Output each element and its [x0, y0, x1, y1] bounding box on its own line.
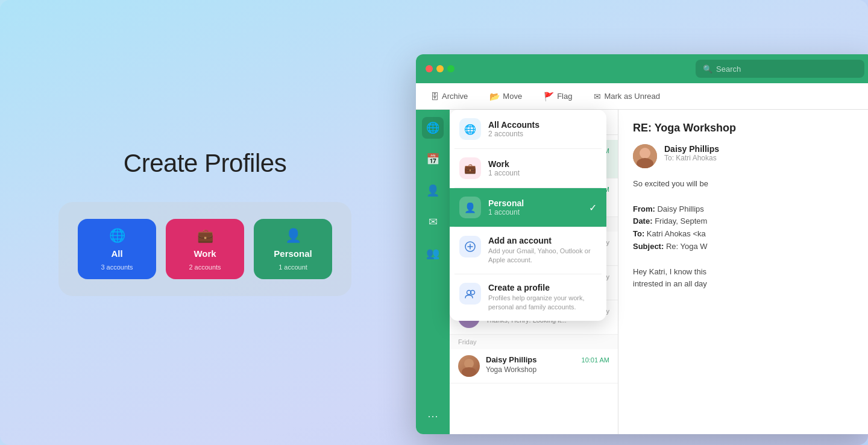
- profile-all-sub: 3 accounts: [101, 264, 133, 271]
- app-container: Create Profiles 🌐 All 3 accounts 💼 Work …: [0, 0, 868, 445]
- detail-date: Date: Friday, Septem: [633, 215, 860, 228]
- sidebar-item-contacts[interactable]: 👥: [422, 242, 444, 264]
- detail-sender-name: Daisy Phillips: [664, 144, 860, 154]
- move-button[interactable]: 📂 Move: [485, 89, 527, 104]
- minimize-button[interactable]: [436, 65, 444, 72]
- sidebar-item-profile[interactable]: 👤: [422, 180, 444, 201]
- svg-point-3: [462, 367, 476, 377]
- detail-body-text: Hey Katri, I know this: [633, 266, 860, 279]
- left-panel: Create Profiles 🌐 All 3 accounts 💼 Work …: [0, 0, 410, 445]
- search-bar[interactable]: 🔍 Search: [696, 60, 864, 78]
- detail-preview: So excited you will be: [633, 178, 860, 191]
- profile-all-label: All: [111, 248, 122, 259]
- profile-personal-sub: 1 account: [278, 264, 307, 271]
- dropdown-item-sub: 2 accounts: [488, 130, 597, 138]
- avatar: [458, 355, 480, 377]
- archive-icon: 🗄: [430, 92, 439, 101]
- search-icon: 🔍: [703, 65, 712, 74]
- detail-from: From: Daisy Phillips: [633, 203, 860, 216]
- dropdown-create-profile[interactable]: Create a profile Profiles help organize …: [450, 274, 606, 321]
- profiles-card: 🌐 All 3 accounts 💼 Work 2 accounts 👤 Per…: [58, 202, 351, 296]
- email-item-8[interactable]: Daisy Phillips 10:01 AM Yoga Workshop: [450, 349, 618, 383]
- email-detail-panel: RE: Yoga Workshop Daisy Phillips To: Kat…: [618, 110, 868, 434]
- title-bar: 🔍 Search: [416, 54, 868, 83]
- create-profile-sub: Profiles help organize your work, person…: [488, 294, 597, 312]
- detail-subject: RE: Yoga Workshop: [633, 122, 860, 134]
- email-time: 10:01 AM: [582, 356, 609, 364]
- dropdown-item-work[interactable]: 💼 Work 1 account: [450, 149, 606, 188]
- email-subject: Yoga Workshop: [486, 365, 609, 374]
- add-account-name: Add an account: [488, 236, 597, 245]
- app-window: 🔍 Search 🗄 Archive 📂 Move 🚩 Flag ✉ Mark …: [416, 54, 868, 434]
- profile-personal-label: Personal: [274, 248, 312, 259]
- maximize-button[interactable]: [447, 65, 454, 72]
- dropdown-item-all-accounts[interactable]: 🌐 All Accounts 2 accounts: [450, 110, 606, 148]
- sidebar-item-globe[interactable]: 🌐: [422, 117, 444, 139]
- mark-unread-label: Mark as Unread: [604, 92, 659, 101]
- dropdown-item-name: Personal: [488, 198, 582, 208]
- flag-button[interactable]: 🚩 Flag: [539, 89, 577, 104]
- archive-label: Archive: [442, 92, 468, 101]
- archive-button[interactable]: 🗄 Archive: [426, 89, 473, 104]
- accounts-dropdown: 🌐 All Accounts 2 accounts 💼 Work 1 accou…: [450, 110, 606, 321]
- detail-to-full: To: Katri Ahokas <ka: [633, 228, 860, 241]
- move-label: Move: [503, 92, 522, 101]
- date-separator-2: Friday: [450, 335, 618, 349]
- dropdown-item-sub: 1 account: [488, 208, 582, 216]
- sidebar-item-calendar[interactable]: 📅: [422, 148, 444, 170]
- flag-label: Flag: [557, 92, 572, 101]
- mark-unread-button[interactable]: ✉ Mark as Unread: [589, 89, 664, 104]
- detail-to: To: Katri Ahokas: [664, 154, 860, 162]
- briefcase-icon: 💼: [197, 228, 213, 244]
- dropdown-item-personal[interactable]: 👤 Personal 1 account ✓: [450, 188, 606, 227]
- profile-btn-all[interactable]: 🌐 All 3 accounts: [78, 219, 156, 279]
- add-account-icon: [459, 236, 481, 257]
- globe-icon-wrap: 🌐: [459, 118, 481, 140]
- detail-avatar: [633, 144, 657, 168]
- close-button[interactable]: [426, 65, 433, 72]
- toolbar: 🗄 Archive 📂 Move 🚩 Flag ✉ Mark as Unread: [416, 83, 868, 110]
- dropdown-item-sub: 1 account: [488, 169, 597, 177]
- person-icon-wrap: 👤: [459, 197, 481, 218]
- sidebar-item-more[interactable]: ⋯: [422, 405, 444, 427]
- person-icon: 👤: [285, 228, 301, 244]
- profile-work-label: Work: [193, 248, 216, 259]
- create-profile-icon: [459, 283, 481, 305]
- create-profile-name: Create a profile: [488, 283, 597, 292]
- dropdown-item-name: All Accounts: [488, 120, 597, 130]
- envelope-icon: ✉: [594, 92, 601, 101]
- profile-btn-work[interactable]: 💼 Work 2 accounts: [166, 219, 244, 279]
- flag-icon: 🚩: [544, 92, 554, 101]
- profile-btn-personal[interactable]: 👤 Personal 1 account: [254, 219, 332, 279]
- search-placeholder: Search: [716, 65, 741, 74]
- checkmark-icon: ✓: [589, 202, 597, 213]
- traffic-lights: [426, 65, 454, 72]
- move-icon: 📂: [489, 92, 500, 101]
- detail-body: So excited you will be From: Daisy Phill…: [633, 178, 860, 291]
- page-title: Create Profiles: [124, 149, 286, 178]
- sidebar-item-mail[interactable]: ✉: [422, 211, 444, 233]
- email-sender: Daisy Phillips: [486, 355, 537, 364]
- svg-point-5: [640, 148, 650, 159]
- detail-body-text-2: intrested in an all day: [633, 278, 860, 291]
- briefcase-icon-wrap: 💼: [459, 157, 481, 179]
- globe-icon: 🌐: [109, 228, 125, 244]
- detail-subject-line: Subject: Re: Yoga W: [633, 241, 860, 253]
- dropdown-add-account[interactable]: Add an account Add your Gmail, Yahoo, Ou…: [450, 227, 606, 274]
- sidebar: 🌐 📅 👤 ✉ 👥 ⋯: [416, 110, 450, 434]
- profile-work-sub: 2 accounts: [189, 264, 221, 271]
- svg-point-2: [464, 359, 474, 368]
- dropdown-item-name: Work: [488, 159, 597, 169]
- add-account-sub: Add your Gmail, Yahoo, Outlook or Apple …: [488, 247, 597, 265]
